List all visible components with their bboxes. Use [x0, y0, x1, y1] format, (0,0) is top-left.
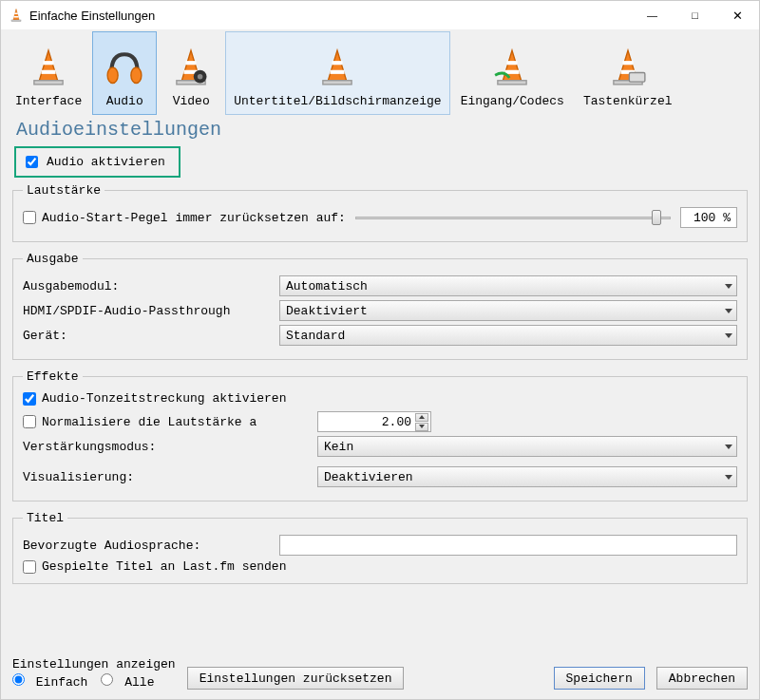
svg-rect-1	[14, 13, 18, 15]
chevron-down-icon	[725, 445, 732, 449]
svg-rect-18	[331, 70, 345, 74]
svg-marker-4	[39, 50, 57, 81]
tab-hotkeys[interactable]: Tastenkürzel	[575, 31, 681, 115]
volume-reset-label: Audio-Start-Pegel immer zurücksetzen auf…	[42, 211, 346, 225]
spinner-value: 2.00	[382, 415, 411, 429]
titlebar: Einfache Einstellungen — □ ✕	[1, 1, 759, 29]
volume-percent: 100 %	[680, 207, 737, 228]
timestretch-label: Audio-Tonzeitstreckung aktivieren	[42, 391, 286, 406]
group-titles: Titel Bevorzugte Audiosprache: Gespielte…	[12, 511, 748, 584]
tab-label: Video	[173, 94, 210, 108]
radio-all[interactable]: Alle	[101, 673, 154, 690]
close-button[interactable]: ✕	[716, 1, 759, 29]
cone-icon	[605, 45, 651, 90]
group-legend: Ausgabe	[23, 252, 83, 266]
visualization-label: Visualisierung:	[23, 470, 308, 484]
svg-rect-2	[14, 16, 19, 18]
svg-point-8	[107, 67, 118, 84]
reset-settings-button[interactable]: Einstellungen zurücksetzen	[187, 667, 405, 690]
cone-icon	[489, 45, 535, 90]
preferences-window: Einfache Einstellungen — □ ✕ Interface	[0, 0, 760, 700]
svg-rect-21	[507, 61, 518, 65]
radio-all-input[interactable]	[101, 673, 113, 686]
bottom-bar: Einstellungen anzeigen Einfach Alle Eins…	[1, 653, 759, 699]
minimize-button[interactable]: —	[631, 1, 674, 29]
tab-subtitles[interactable]: Untertitel/Bildschirmanzeige	[225, 31, 449, 115]
svg-rect-5	[44, 61, 54, 65]
tab-input-codecs[interactable]: Eingang/Codecs	[452, 31, 573, 115]
select-value: Standard	[286, 329, 345, 343]
audio-settings-page: Audioeinstellungen Audio aktivieren Laut…	[1, 115, 759, 653]
show-settings-group: Einstellungen anzeigen Einfach Alle	[12, 657, 176, 690]
svg-rect-3	[11, 20, 21, 22]
svg-rect-7	[34, 81, 63, 85]
volume-reset-checkbox[interactable]	[23, 211, 36, 224]
svg-point-15	[198, 74, 203, 80]
select-value: Deaktivieren	[324, 470, 413, 484]
group-legend: Titel	[23, 511, 67, 525]
tab-audio[interactable]: Audio	[92, 31, 157, 115]
svg-rect-22	[505, 70, 520, 74]
svg-marker-20	[504, 50, 522, 81]
headphones-icon	[102, 45, 147, 90]
chevron-down-icon	[725, 475, 732, 480]
normalize-checkbox[interactable]	[23, 415, 36, 428]
svg-point-9	[131, 67, 142, 84]
tab-label: Audio	[106, 94, 143, 108]
hdmi-spdif-select[interactable]: Deaktiviert	[279, 300, 737, 321]
timestretch-checkbox[interactable]	[23, 392, 36, 406]
show-settings-legend: Einstellungen anzeigen	[12, 657, 176, 672]
select-value: Deaktiviert	[286, 304, 368, 318]
svg-rect-11	[186, 61, 197, 65]
tab-label: Untertitel/Bildschirmanzeige	[234, 94, 441, 108]
group-output: Ausgabe Ausgabemodul: Automatisch HDMI/S…	[12, 252, 748, 360]
chevron-down-icon	[725, 333, 732, 338]
hdmi-spdif-label: HDMI/SPDIF-Audio-Passthrough	[23, 304, 270, 318]
page-title: Audioeinstellungen	[12, 115, 748, 146]
tab-label: Eingang/Codecs	[461, 94, 564, 108]
tab-label: Interface	[15, 94, 82, 108]
chevron-down-icon	[725, 309, 732, 313]
spinner-up-icon[interactable]	[415, 413, 428, 422]
group-legend: Lautstärke	[23, 183, 104, 198]
enable-audio-checkbox[interactable]	[26, 156, 38, 168]
output-module-label: Ausgabemodul:	[23, 279, 270, 293]
output-module-select[interactable]: Automatisch	[279, 275, 737, 296]
spinner-down-icon[interactable]	[415, 423, 428, 431]
enable-audio-label: Audio aktivieren	[47, 155, 165, 169]
radio-simple-input[interactable]	[12, 673, 25, 686]
cancel-button[interactable]: Abbrechen	[656, 667, 748, 690]
cone-icon	[26, 45, 71, 90]
select-value: Kein	[324, 440, 353, 454]
normalize-value-spinner[interactable]: 2.00	[317, 411, 431, 432]
preferred-language-label: Bevorzugte Audiosprache:	[23, 539, 270, 553]
tab-video[interactable]: Video	[159, 31, 223, 115]
radio-simple[interactable]: Einfach	[12, 673, 87, 690]
lastfm-checkbox[interactable]	[23, 560, 36, 574]
cone-icon	[314, 45, 360, 90]
preferred-language-input[interactable]	[279, 535, 737, 556]
lastfm-label: Gespielte Titel an Last.fm senden	[42, 559, 286, 574]
visualization-select[interactable]: Deaktivieren	[317, 466, 737, 487]
group-legend: Effekte	[23, 369, 83, 384]
svg-rect-6	[42, 70, 56, 74]
maximize-button[interactable]: □	[674, 1, 716, 29]
select-value: Automatisch	[286, 279, 368, 293]
volume-slider[interactable]	[355, 207, 671, 228]
device-select[interactable]: Standard	[279, 325, 737, 346]
gain-mode-select[interactable]: Kein	[317, 436, 737, 457]
tab-interface[interactable]: Interface	[7, 31, 90, 115]
group-effects: Effekte Audio-Tonzeitstreckung aktiviere…	[12, 369, 748, 501]
device-label: Gerät:	[23, 329, 270, 343]
category-tabs: Interface Audio	[1, 29, 759, 115]
svg-marker-16	[329, 50, 347, 81]
svg-rect-19	[323, 81, 352, 85]
chevron-down-icon	[725, 284, 732, 289]
save-button[interactable]: Speichern	[554, 667, 645, 690]
svg-rect-23	[498, 81, 526, 85]
gain-label: Verstärkungsmodus:	[23, 440, 308, 454]
tab-label: Tastenkürzel	[583, 94, 673, 108]
group-volume: Lautstärke Audio-Start-Pegel immer zurüc…	[12, 183, 748, 242]
svg-marker-0	[13, 9, 19, 21]
app-icon	[9, 8, 24, 23]
